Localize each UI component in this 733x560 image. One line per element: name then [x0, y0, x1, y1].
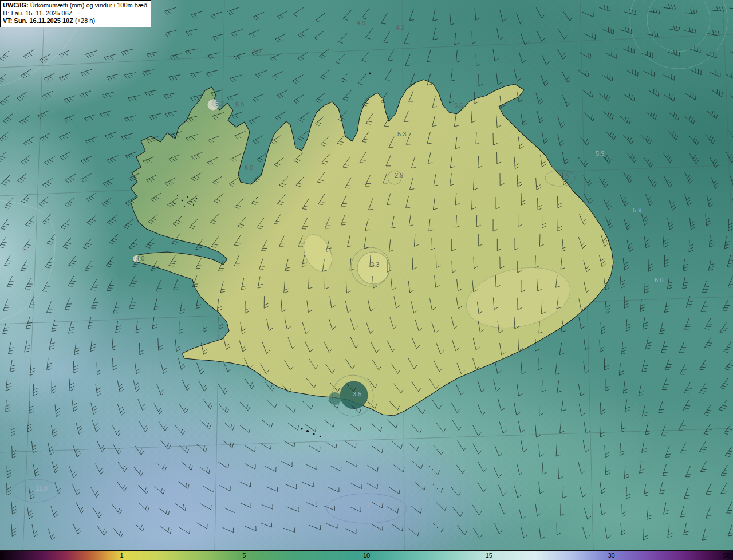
wind-barb [436, 502, 447, 511]
wind-barb [684, 487, 690, 499]
wind-barb [345, 441, 356, 448]
wind-barb [408, 443, 419, 451]
wind-barb [624, 135, 633, 144]
wind-barb [68, 275, 76, 286]
wind-barb [190, 72, 202, 78]
wind-barb [139, 421, 148, 432]
wind-barb [640, 299, 645, 311]
wind-barb [90, 487, 99, 497]
wind-barb [453, 507, 463, 516]
wind-barb [112, 504, 122, 514]
wind-barb [519, 508, 526, 519]
wind-barb [580, 486, 586, 497]
wind-barb [700, 461, 706, 472]
wind-barb [91, 279, 98, 290]
wind-barb [537, 111, 543, 123]
wind-barb [366, 28, 373, 39]
wind-barb [0, 96, 10, 105]
wind-barb [415, 483, 425, 491]
map-value-label: 2.6 [560, 172, 569, 179]
wind-barb [38, 111, 49, 119]
wind-barb [558, 116, 565, 128]
wind-barb [147, 52, 159, 58]
wind-barb [154, 298, 159, 309]
wind-barb [685, 194, 692, 206]
wind-barb [542, 380, 546, 392]
wind-barb [478, 482, 486, 492]
wind-barb [560, 421, 565, 433]
wind-barb [450, 91, 454, 103]
wind-barb [620, 276, 625, 288]
wind-barb [563, 486, 567, 498]
wind-barb [169, 75, 181, 81]
wind-barb [262, 420, 272, 428]
wind-barb [660, 322, 666, 334]
wind-barb [326, 442, 337, 448]
wind-barb [452, 420, 462, 431]
wind-barb [61, 219, 70, 229]
wind-barb [683, 400, 690, 411]
wind-barb [161, 362, 167, 374]
colorbar-tick: 15 [486, 551, 492, 560]
wind-barb [433, 9, 438, 21]
wind-barb [249, 30, 261, 37]
wind-barb [164, 93, 176, 99]
wind-barb [606, 131, 616, 140]
wind-barb [261, 523, 272, 527]
wind-barb [106, 257, 114, 267]
wind-barb [29, 401, 33, 413]
valid-time-line: VT: Sun. 16.11.2025 10Z (+28 h) [3, 17, 147, 25]
wind-barb [720, 322, 728, 333]
wind-barb [645, 337, 651, 349]
wind-barb [211, 12, 222, 19]
wind-barb [39, 196, 48, 206]
wind-barb [191, 11, 203, 18]
wind-barb [146, 238, 154, 248]
wind-barb [410, 73, 415, 84]
wind-barb [451, 403, 460, 413]
wind-barb [73, 523, 81, 534]
wind-barb [175, 340, 180, 352]
wind-barb [85, 137, 97, 144]
wind-barb [432, 484, 443, 492]
wind-barb [642, 441, 647, 453]
wind-barb [129, 275, 137, 286]
wind-barb [642, 360, 648, 372]
wind-barb [196, 297, 201, 309]
wind-barb [100, 111, 112, 117]
wind-barb [112, 338, 117, 350]
wind-barb [277, 11, 287, 19]
wind-barb [556, 444, 560, 456]
wind-barb [275, 112, 286, 120]
wind-barb [538, 358, 542, 370]
wind-barb [140, 343, 144, 355]
product-title: Úrkomumætti (mm) og vindur i 100m hæð [30, 2, 147, 9]
wind-barb [255, 70, 267, 78]
wind-barb [92, 420, 99, 432]
wind-barb [157, 384, 164, 396]
wind-barb [11, 524, 16, 536]
wind-barb [701, 301, 708, 311]
wind-barb [702, 529, 707, 540]
wind-barb [623, 381, 628, 393]
wind-barb [74, 343, 80, 355]
wind-barb [605, 379, 609, 391]
wind-barb [559, 467, 563, 479]
wind-barb [622, 342, 626, 354]
map-value-label: 9.6 [63, 365, 72, 372]
map-value-label: 5.2 [215, 100, 224, 107]
wind-barb [558, 134, 564, 146]
wind-barb [476, 54, 480, 66]
wind-barb [372, 524, 383, 530]
wind-barb [245, 526, 257, 531]
wind-barb [72, 400, 78, 412]
wind-barb [624, 296, 628, 308]
wind-barb [63, 238, 71, 249]
wind-barb [621, 420, 626, 432]
wind-barb [663, 73, 674, 80]
wind-barb [102, 198, 112, 207]
wind-barb [223, 440, 234, 448]
wind-barb [599, 178, 608, 188]
wind-barb [293, 7, 304, 17]
wind-barb [648, 259, 653, 271]
